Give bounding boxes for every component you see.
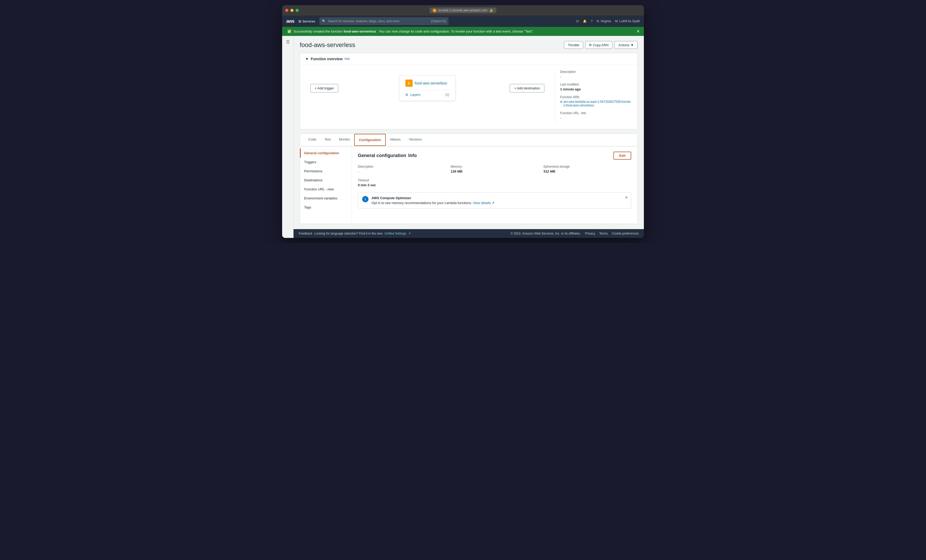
function-diagram: + Add trigger λ food-aws-serverless <box>305 70 549 106</box>
maximize-window-button[interactable] <box>295 9 299 12</box>
optimizer-banner: i AWS Compute Optimizer Opt in to see me… <box>358 192 631 209</box>
actions-button[interactable]: Actions ▼ <box>614 41 638 49</box>
search-shortcut: [Option+S] <box>431 20 446 23</box>
terms-link[interactable]: Terms <box>599 232 608 235</box>
footer-right: © 2022, Amazon Web Services, Inc. or its… <box>510 232 639 235</box>
last-modified-value: 1 minute ago <box>560 87 632 91</box>
config-main: General configuration Info Edit Descript… <box>352 147 637 224</box>
sidebar-item-permissions[interactable]: Permissions <box>300 166 351 176</box>
content-area: food-aws-serverless Throttle ⧉ Copy ARN … <box>294 36 644 238</box>
optimizer-message: Opt in to see memory recommendations for… <box>372 201 495 205</box>
header-actions: Throttle ⧉ Copy ARN Actions ▼ <box>564 41 638 49</box>
config-timeout-label: Timeout <box>358 179 631 182</box>
copy-icon: ⧉ <box>589 43 592 47</box>
external-icon: ↗ <box>408 232 411 235</box>
tab-monitor[interactable]: Monitor <box>335 134 354 146</box>
function-box-title: λ food-aws-serverless <box>406 80 449 87</box>
minimize-window-button[interactable] <box>291 9 294 12</box>
add-trigger-button[interactable]: + Add trigger <box>310 84 338 92</box>
copyright-text: © 2022, Amazon Web Services, Inc. or its… <box>510 232 581 235</box>
sidebar-item-tags[interactable]: Tags <box>300 203 351 212</box>
titlebar: 🟠 us-east-1.console.aws.amazon.com 🔒 <box>282 5 644 15</box>
search-bar[interactable]: 🔍 Search for services, features, blogs, … <box>319 17 449 25</box>
config-memory-field: Memory 128 MB <box>451 165 538 173</box>
feedback-link[interactable]: Feedback <box>299 232 312 235</box>
help-icon[interactable]: ? <box>591 20 593 23</box>
function-url-label: Function URL Info <box>560 111 632 115</box>
user-menu[interactable]: M. Luthfi As Syafii <box>615 20 640 23</box>
function-name-link[interactable]: food-aws-serverless <box>415 81 447 85</box>
function-overview-info[interactable]: Info <box>345 57 350 61</box>
function-arn-section: Function ARN ⧉ arn:aws:lambda:us-east-1:… <box>560 95 632 107</box>
tab-aliases[interactable]: Aliases <box>386 134 405 146</box>
unified-settings-link[interactable]: Unified Settings <box>384 232 406 235</box>
function-overview-header: ▼ Function overview Info <box>300 53 637 65</box>
collapse-icon[interactable]: ▼ <box>305 57 309 61</box>
tabs-container: Code Test Monitor Configuration Aliases <box>300 133 638 147</box>
add-destination-button[interactable]: + Add destination <box>510 84 545 92</box>
tab-test[interactable]: Test <box>320 134 335 146</box>
success-icon: ✅ <box>287 29 292 33</box>
layers-label: Layers <box>410 93 421 97</box>
layers-icon: ⊛ <box>406 93 408 97</box>
aws-logo[interactable]: aws <box>286 18 294 24</box>
chevron-down-icon: ▼ <box>631 43 634 47</box>
sidebar-item-destinations[interactable]: Destinations <box>300 176 351 185</box>
search-placeholder: Search for services, features, blogs, do… <box>328 20 399 23</box>
function-arn-value: ⧉ arn:aws:lambda:us-east-1:547333917530:… <box>560 100 632 107</box>
config-description-value: - <box>358 170 445 173</box>
config-ephemeral-value: 512 MB <box>543 170 631 173</box>
services-label: Services <box>302 20 315 23</box>
description-label: Description <box>560 70 632 74</box>
function-url-section: Function URL Info - <box>560 111 632 120</box>
function-url-info[interactable]: Info <box>581 111 586 115</box>
logo-text: aws <box>286 18 294 24</box>
address-bar[interactable]: 🟠 us-east-1.console.aws.amazon.com 🔒 <box>430 8 496 13</box>
sidebar-item-env-vars[interactable]: Environment variables <box>300 194 351 203</box>
function-arn-label: Function ARN <box>560 95 632 99</box>
footer-settings-text: Looking for language selection? Find it … <box>315 232 383 235</box>
overview-details: Description - Last modified 1 minute ago… <box>555 70 632 124</box>
services-menu[interactable]: ⊞ Services <box>298 20 315 23</box>
success-banner: ✅ Successfully created the function food… <box>282 27 644 36</box>
aws-navigation: aws ⊞ Services 🔍 Search for services, fe… <box>282 15 644 27</box>
tab-configuration[interactable]: Configuration <box>354 134 386 146</box>
sidebar-item-general[interactable]: General configuration <box>300 148 351 157</box>
main-content: food-aws-serverless Throttle ⧉ Copy ARN … <box>294 36 644 229</box>
footer: Feedback Looking for language selection?… <box>294 229 644 238</box>
optimizer-view-details-link[interactable]: View details <box>473 201 491 205</box>
close-window-button[interactable] <box>285 9 288 12</box>
optimizer-close-button[interactable]: ✕ <box>625 195 628 200</box>
cookie-link[interactable]: Cookie preferences <box>612 232 639 235</box>
sidebar-item-triggers[interactable]: Triggers <box>300 157 351 166</box>
privacy-link[interactable]: Privacy <box>585 232 595 235</box>
config-timeout-field: Timeout 0 min 3 sec <box>358 179 631 187</box>
copy-small-icon[interactable]: ⧉ <box>560 100 563 104</box>
copy-arn-button[interactable]: ⧉ Copy ARN <box>585 41 613 49</box>
bell-icon[interactable]: 🔔 <box>583 20 587 23</box>
config-description-field: Description - <box>358 165 445 173</box>
region-selector[interactable]: N. Virginia <box>596 20 611 23</box>
sidebar-toggle[interactable]: ☰ <box>282 36 294 238</box>
config-description-label: Description <box>358 165 445 168</box>
throttle-button[interactable]: Throttle <box>564 41 583 49</box>
nav-right: ⊡ 🔔 ? N. Virginia M. Luthfi As Syafii <box>576 20 640 23</box>
grid-icon: ⊞ <box>298 20 301 23</box>
banner-function-name: food-aws-serverless <box>343 29 376 33</box>
main-wrapper: ☰ food-aws-serverless Throttle ⧉ Copy AR… <box>282 36 644 238</box>
tab-versions[interactable]: Versions <box>405 134 426 146</box>
monitor-icon[interactable]: ⊡ <box>576 20 579 23</box>
general-config-info[interactable]: Info <box>408 153 417 158</box>
config-ephemeral-label: Ephemeral storage <box>543 165 631 168</box>
external-link-icon: ↗ <box>492 201 495 205</box>
config-layout: General configuration Triggers Permissio… <box>300 147 638 224</box>
config-ephemeral-field: Ephemeral storage 512 MB <box>543 165 631 173</box>
edit-button[interactable]: Edit <box>613 151 631 160</box>
layers-count: (0) <box>445 93 449 97</box>
config-section-header: General configuration Info Edit <box>358 151 631 160</box>
banner-close-button[interactable]: ✕ <box>636 29 640 34</box>
sidebar-item-function-url[interactable]: Function URL - new <box>300 185 351 194</box>
layers-row[interactable]: ⊛ Layers (0) <box>406 90 449 97</box>
config-memory-label: Memory <box>451 165 538 168</box>
tab-code[interactable]: Code <box>304 134 320 146</box>
